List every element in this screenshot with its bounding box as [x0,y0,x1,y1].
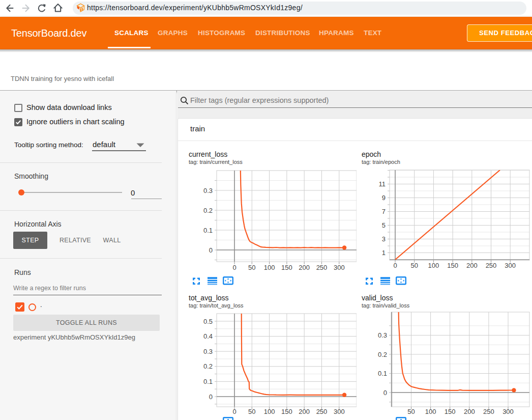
svg-text:7: 7 [382,208,386,215]
svg-text:0.5: 0.5 [203,318,213,325]
svg-text:5: 5 [382,221,386,229]
svg-text:0.2: 0.2 [378,351,387,358]
svg-text:200: 200 [299,408,310,415]
svg-text:100: 100 [425,408,436,415]
svg-text:0.2: 0.2 [203,362,213,370]
svg-text:0: 0 [209,393,213,401]
svg-text:200: 200 [466,262,478,269]
svg-text:100: 100 [264,408,275,415]
svg-text:300: 300 [503,408,514,415]
svg-text:250: 250 [483,408,494,415]
svg-text:150: 150 [445,408,456,415]
svg-text:0.2: 0.2 [203,207,213,214]
svg-text:9: 9 [382,194,386,202]
svg-text:150: 150 [447,262,458,269]
svg-text:100: 100 [428,262,439,269]
svg-text:0.3: 0.3 [203,348,213,355]
svg-text:0.1: 0.1 [378,370,387,377]
svg-text:300: 300 [334,264,345,271]
svg-text:300: 300 [334,408,345,415]
svg-text:0: 0 [393,262,397,269]
svg-text:0.1: 0.1 [203,227,213,234]
svg-text:0: 0 [209,246,213,254]
svg-text:1: 1 [382,249,386,257]
svg-text:50: 50 [407,408,415,415]
svg-text:0: 0 [383,389,387,397]
svg-text:0.1: 0.1 [203,378,213,385]
svg-text:50: 50 [248,264,255,271]
svg-text:0.3: 0.3 [378,331,387,339]
svg-text:50: 50 [248,408,255,415]
svg-text:200: 200 [464,408,475,415]
svg-text:150: 150 [281,408,292,415]
svg-text:0.4: 0.4 [203,332,213,340]
svg-text:0: 0 [232,264,236,271]
svg-text:50: 50 [410,262,418,269]
svg-text:0.3: 0.3 [203,187,213,194]
svg-text:250: 250 [316,408,328,415]
svg-text:0: 0 [232,408,236,415]
svg-text:250: 250 [316,264,328,271]
svg-text:150: 150 [281,264,292,271]
svg-text:200: 200 [299,264,310,271]
svg-text:3: 3 [382,235,386,243]
svg-text:300: 300 [505,262,516,269]
svg-text:100: 100 [264,264,275,271]
svg-text:250: 250 [486,262,497,269]
svg-text:11: 11 [379,180,386,188]
